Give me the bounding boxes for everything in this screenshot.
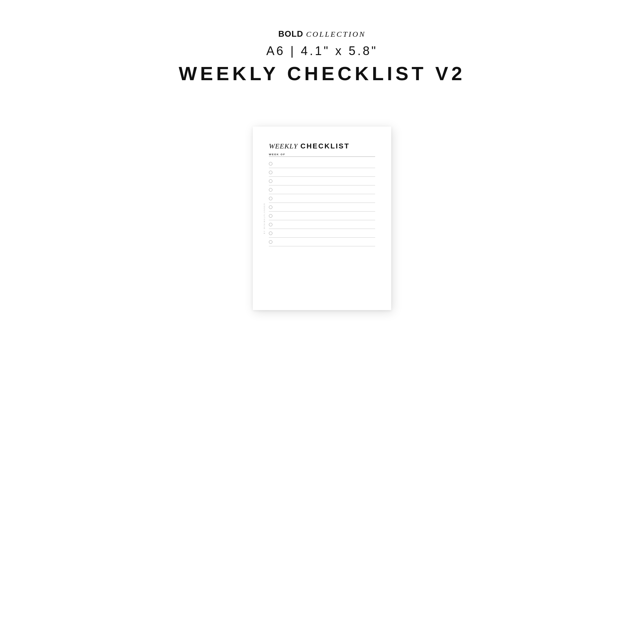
list-item[interactable] [269,168,375,177]
checklist-items [269,160,375,246]
size-label: A6 | 4.1" x 5.8" [266,44,378,58]
checkbox-circle[interactable] [269,188,272,192]
collection-italic-text: COLLECTION [306,30,365,38]
list-item[interactable] [269,185,375,194]
checklist-italic-part: WEEKLY [269,142,298,150]
collection-label: BOLD COLLECTION [278,29,366,39]
checklist-bold-part: CHECKLIST [300,142,350,150]
week-of-label: WEEK OF [269,153,375,156]
checkbox-circle[interactable] [269,205,272,209]
checkbox-circle[interactable] [269,162,272,166]
header-section: BOLD COLLECTION A6 | 4.1" x 5.8" WEEKLY … [179,29,465,85]
checkbox-circle[interactable] [269,171,272,174]
checkbox-circle[interactable] [269,214,272,218]
list-item[interactable] [269,238,375,246]
list-item[interactable] [269,177,375,185]
checklist-title: WEEKLY CHECKLIST [269,142,375,150]
list-item[interactable] [269,220,375,229]
paper-container: BY MINIMALPLANNER WEEKLY CHECKLIST WEEK … [253,127,391,310]
list-item[interactable] [269,203,375,212]
list-item[interactable] [269,229,375,238]
list-item[interactable] [269,194,375,203]
list-item[interactable] [269,212,375,220]
watermark: BY MINIMALPLANNER [263,203,265,234]
week-of-line [269,156,375,157]
page-title: WEEKLY CHECKLIST V2 [179,62,465,85]
checkbox-circle[interactable] [269,232,272,235]
bold-text: BOLD [278,29,303,39]
checkbox-circle[interactable] [269,223,272,226]
checkbox-circle[interactable] [269,197,272,200]
list-item[interactable] [269,160,375,168]
checkbox-circle[interactable] [269,240,272,244]
checkbox-circle[interactable] [269,179,272,183]
